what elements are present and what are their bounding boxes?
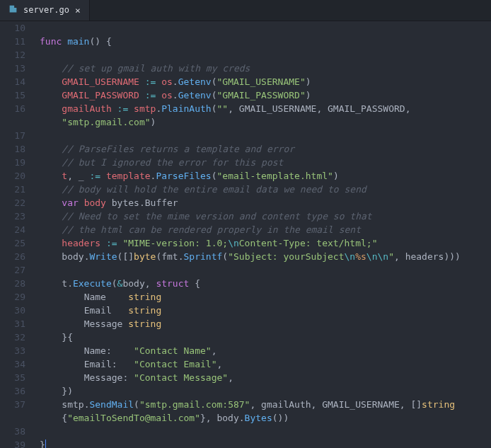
tab-filename: server.go	[23, 4, 69, 17]
tab-close-icon[interactable]: ×	[75, 4, 81, 17]
tab-bar: server.go ×	[0, 0, 491, 21]
go-file-icon	[8, 4, 18, 17]
editor[interactable]: 1011121314151617181920212223242526272829…	[0, 21, 491, 448]
tab-server-go[interactable]: server.go ×	[0, 0, 90, 21]
line-number-gutter: 1011121314151617181920212223242526272829…	[0, 21, 35, 448]
code-area[interactable]: func main() { // set up gmail auth with …	[35, 21, 461, 448]
